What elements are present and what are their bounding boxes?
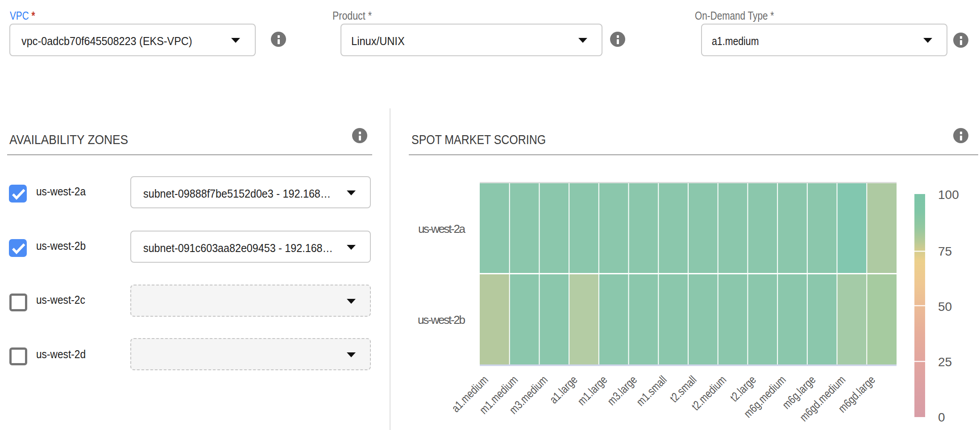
- svg-text:25: 25: [938, 355, 952, 369]
- svg-text:a1.large: a1.large: [547, 373, 580, 406]
- svg-text:m1.large: m1.large: [575, 373, 610, 408]
- svg-text:0: 0: [938, 410, 945, 424]
- svg-text:75: 75: [938, 244, 952, 258]
- svg-text:100: 100: [938, 188, 959, 202]
- svg-text:50: 50: [938, 300, 952, 314]
- svg-text:us-west-2a: us-west-2a: [418, 222, 466, 236]
- svg-text:us-west-2b: us-west-2b: [418, 313, 465, 327]
- svg-text:m1.small: m1.small: [634, 373, 669, 409]
- svg-text:m3.large: m3.large: [605, 373, 639, 408]
